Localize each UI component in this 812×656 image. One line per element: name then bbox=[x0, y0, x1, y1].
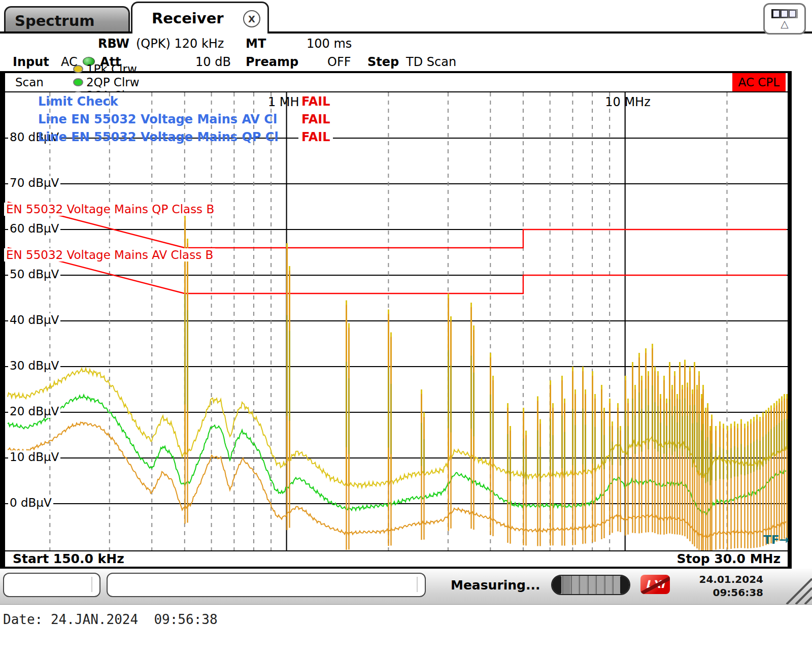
limit-check-row-qp: Line EN 55032 Voltage Mains QP Cl bbox=[38, 130, 294, 144]
trace-legend-item-2[interactable]: 2QP Clrw bbox=[73, 76, 140, 89]
step-value[interactable]: TD Scan bbox=[406, 55, 456, 69]
scan-label: Scan bbox=[15, 76, 44, 89]
triangle-icon: △ bbox=[781, 19, 788, 28]
trace-legend-label: 2QP Clrw bbox=[86, 76, 140, 89]
fail-status-1: FAIL bbox=[298, 94, 333, 109]
softkey-box-2[interactable] bbox=[107, 573, 426, 597]
preamp-value[interactable]: OFF bbox=[327, 55, 351, 69]
hardcopy-date-line: Date: 24.JAN.2024 09:56:38 bbox=[3, 612, 218, 627]
ac-coupling-badge: AC CPL bbox=[732, 73, 786, 91]
mt-value[interactable]: 100 ms bbox=[307, 37, 352, 51]
start-frequency-label: Start 150.0 kHz bbox=[13, 551, 124, 566]
y-axis-label-40: 40 dBµV bbox=[8, 313, 60, 326]
tab-receiver[interactable]: Receiver X bbox=[131, 2, 269, 34]
smartgrid-button[interactable]: △ bbox=[763, 3, 806, 35]
y-axis-label-70: 70 dBµV bbox=[8, 176, 60, 189]
scan-header-row: Scan 1Pk Clrw2QP Clrw3CA Clrw AC CPL bbox=[5, 73, 788, 91]
limit-label-qp: EN 55032 Voltage Mains QP Class B bbox=[4, 203, 216, 216]
measurement-progress-bar bbox=[551, 575, 630, 595]
att-value[interactable]: 10 dB bbox=[195, 55, 231, 69]
spectrum-chart bbox=[5, 92, 788, 550]
y-axis-label-0: 0 dBµV bbox=[8, 496, 53, 509]
tab-spectrum-label: Spectrum bbox=[15, 12, 95, 29]
freq-marker-10mhz: 10 MHz bbox=[600, 95, 656, 109]
tab-receiver-label: Receiver bbox=[152, 10, 224, 27]
mt-label: MT bbox=[246, 37, 266, 51]
trace-dot-icon bbox=[73, 78, 83, 86]
y-axis-label-60: 60 dBµV bbox=[8, 222, 60, 235]
lxi-status-icon[interactable]: LXI bbox=[640, 575, 670, 594]
tf-link[interactable]: TF→ bbox=[763, 533, 789, 546]
rbw-value[interactable]: (QPK) 120 kHz bbox=[136, 37, 224, 51]
limit-check-title: Limit Check bbox=[38, 94, 294, 109]
tabbar-underline bbox=[0, 31, 812, 34]
resize-grip-icon[interactable] bbox=[776, 569, 812, 604]
y-axis-label-10: 10 dBµV bbox=[8, 450, 60, 464]
input-label: Input bbox=[13, 55, 49, 69]
y-axis-label-30: 30 dBµV bbox=[8, 359, 60, 372]
limit-check-row-av: Line EN 55032 Voltage Mains AV Cl bbox=[38, 112, 294, 126]
datetime-display: 24.01.2024 09:56:38 bbox=[699, 573, 763, 599]
spectrum-plot-area bbox=[5, 92, 788, 550]
frequency-axis-strip: Start 150.0 kHz Stop 30.0 MHz bbox=[5, 551, 788, 567]
preamp-label: Preamp bbox=[246, 55, 298, 69]
softkey-box-1[interactable] bbox=[3, 573, 100, 597]
input-value[interactable]: AC bbox=[61, 55, 78, 69]
limit-label-av: EN 55032 Voltage Mains AV Class B bbox=[4, 248, 215, 261]
y-axis-label-20: 20 dBµV bbox=[8, 405, 60, 418]
lxi-label: LXI bbox=[646, 578, 664, 591]
status-date: 24.01.2024 bbox=[699, 573, 763, 586]
status-time: 09:56:38 bbox=[699, 586, 763, 599]
step-label: Step bbox=[367, 55, 399, 69]
fail-status-3: FAIL bbox=[298, 130, 333, 144]
fail-status-2: FAIL bbox=[298, 112, 333, 126]
window-tiles-icon bbox=[771, 9, 798, 18]
tab-spectrum[interactable]: Spectrum bbox=[4, 6, 130, 34]
stop-frequency-label: Stop 30.0 MHz bbox=[677, 551, 781, 566]
measuring-status: Measuring... bbox=[451, 578, 540, 593]
rbw-label: RBW bbox=[98, 37, 129, 51]
status-bar: Measuring... LXI 24.01.2024 09:56:38 bbox=[0, 569, 812, 605]
att-label: Att bbox=[100, 55, 121, 69]
close-tab-icon[interactable]: X bbox=[243, 10, 260, 27]
y-axis-label-50: 50 dBµV bbox=[8, 268, 60, 281]
